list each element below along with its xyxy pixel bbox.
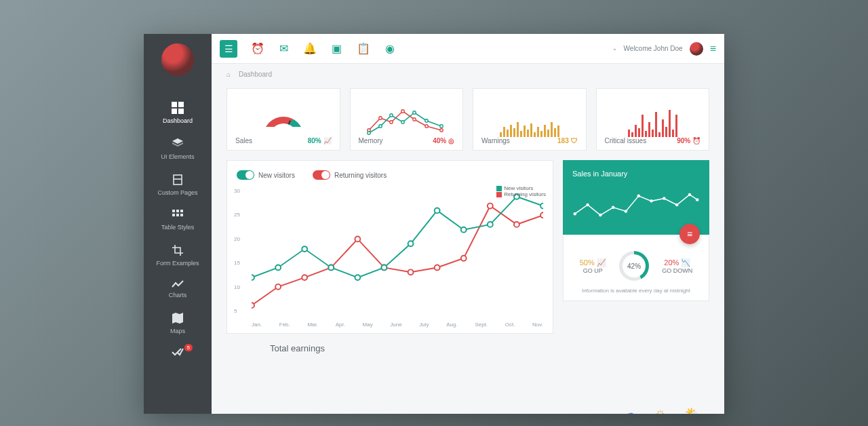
svg-point-18 (425, 125, 428, 128)
menu-toggle-button[interactable]: ☰ (220, 40, 237, 58)
svg-rect-11 (176, 214, 179, 216)
visitors-chart-card: New visitors Returning visitors 30252015… (226, 160, 553, 334)
kpi-critical[interactable]: Critical issues90% ⏰ (596, 88, 710, 151)
svg-point-55 (625, 210, 628, 213)
svg-point-60 (688, 193, 692, 197)
chevron-down-icon[interactable]: ⌄ (612, 45, 617, 52)
svg-rect-12 (180, 214, 183, 216)
trend-up-icon: 📈 (323, 137, 332, 144)
sales-header: Sales in January ≡ (563, 160, 709, 235)
crop-icon (146, 244, 209, 256)
page-icon (146, 174, 209, 186)
nav-label: Form Examples (156, 260, 199, 267)
row-2: New visitors Returning visitors 30252015… (226, 160, 709, 334)
svg-rect-6 (174, 175, 182, 185)
svg-point-45 (408, 241, 414, 246)
breadcrumb: ⌂ Dashboard (212, 64, 724, 84)
kpi-value: 90% (677, 137, 690, 144)
sidebar-item-pages[interactable]: Custom Pages (144, 167, 212, 203)
check-icon (146, 348, 209, 356)
sidebar-item-dashboard[interactable]: Dashboard (144, 95, 212, 131)
svg-point-52 (586, 204, 589, 207)
sales-info: Information is available every day at mi… (573, 288, 699, 294)
svg-rect-0 (172, 102, 177, 107)
sidebar-item-tables[interactable]: Table Styles (144, 203, 212, 237)
svg-point-39 (252, 275, 254, 280)
sales-sparkline (572, 185, 700, 225)
svg-point-50 (540, 204, 543, 209)
avatar[interactable] (161, 43, 194, 76)
svg-point-27 (252, 303, 254, 308)
kpi-row: Sales80% 📈 Memory40% ◎ Warnings183 🛡 (226, 88, 709, 151)
avatar-small[interactable] (690, 42, 703, 56)
kpi-sales[interactable]: Sales80% 📈 (226, 88, 340, 151)
fab-menu-button[interactable]: ≡ (679, 224, 700, 244)
kpi-warnings[interactable]: Warnings183 🛡 (473, 88, 587, 151)
kpi-label: Memory (359, 137, 383, 144)
partly-cloudy-icon: ⛅ (685, 406, 700, 414)
sidebar-item-forms[interactable]: Form Examples (144, 237, 212, 273)
svg-point-29 (302, 275, 307, 280)
svg-point-57 (650, 199, 653, 203)
progress-ring: 42% (619, 251, 649, 281)
welcome-text: Welcome John Doe (624, 45, 683, 52)
breadcrumb-current: Dashboard (239, 71, 272, 78)
toggle-new-visitors[interactable]: New visitors (237, 170, 295, 180)
nav-label: UI Elements (161, 153, 194, 160)
svg-rect-7 (172, 210, 175, 212)
visitors-line-chart (252, 188, 543, 314)
svg-point-15 (390, 121, 393, 123)
y-axis: 30252015105 (234, 188, 248, 314)
x-axis: Jan.Feb.Mar.Apr.MayJuneJulyAug.Sept.Oct.… (252, 322, 543, 328)
warnings-bars (500, 106, 559, 137)
alarm-icon[interactable]: ⏰ (251, 42, 264, 55)
svg-point-20 (368, 132, 370, 134)
clipboard-icon[interactable]: 📋 (357, 42, 370, 55)
toggle-label: New visitors (258, 172, 295, 179)
sun-icon: ☼ (655, 406, 667, 414)
svg-point-24 (413, 111, 416, 114)
svg-point-43 (355, 275, 360, 280)
svg-point-14 (379, 117, 382, 119)
svg-rect-10 (172, 214, 175, 216)
content: Sales80% 📈 Memory40% ◎ Warnings183 🛡 (212, 84, 724, 414)
settings-icon[interactable]: ≡ (710, 43, 716, 55)
svg-point-33 (408, 269, 414, 275)
toolbar-icons: ⏰ ✉ 🔔 ▣ 📋 ◉ (251, 42, 395, 55)
svg-point-58 (663, 197, 666, 200)
svg-point-48 (488, 222, 493, 227)
svg-point-41 (302, 246, 307, 252)
nav-label: Charts (169, 292, 187, 298)
svg-point-56 (637, 195, 641, 198)
toggle-returning-visitors[interactable]: Returning visitors (313, 170, 387, 180)
svg-point-23 (401, 121, 404, 123)
svg-point-54 (612, 206, 615, 210)
stat-up: 50% 📈GO UP (580, 258, 606, 274)
sidebar-item-maps[interactable]: Maps (144, 305, 212, 341)
kpi-label: Critical issues (605, 137, 647, 144)
svg-point-22 (390, 114, 393, 117)
svg-point-37 (514, 222, 519, 227)
toggle-label: Returning visitors (334, 172, 387, 179)
kpi-value: 183 (557, 137, 569, 144)
svg-rect-8 (176, 210, 179, 212)
wallet-icon[interactable]: ▣ (332, 42, 342, 55)
svg-point-28 (275, 284, 281, 290)
home-icon[interactable]: ⌂ (226, 71, 231, 78)
sidebar-item-tasks[interactable] (144, 341, 212, 366)
svg-point-21 (379, 125, 382, 128)
svg-rect-3 (178, 109, 184, 114)
mail-icon[interactable]: ✉ (279, 42, 288, 55)
svg-point-46 (435, 208, 440, 213)
notification-icon[interactable]: 🔔 (303, 42, 317, 55)
svg-point-51 (574, 212, 577, 216)
kpi-label: Sales (235, 137, 252, 144)
sidebar-item-charts[interactable]: Charts (144, 273, 212, 305)
svg-point-47 (461, 227, 467, 233)
kpi-memory[interactable]: Memory40% ◎ (350, 88, 464, 151)
total-earnings-heading: Total earnings (226, 343, 709, 353)
sidebar-item-ui[interactable]: UI Elements (144, 131, 212, 167)
sales-stats: 50% 📈GO UP 42% 20% 📉GO DOWN Information … (563, 235, 709, 301)
svg-point-31 (355, 237, 360, 242)
record-icon[interactable]: ◉ (385, 42, 395, 55)
